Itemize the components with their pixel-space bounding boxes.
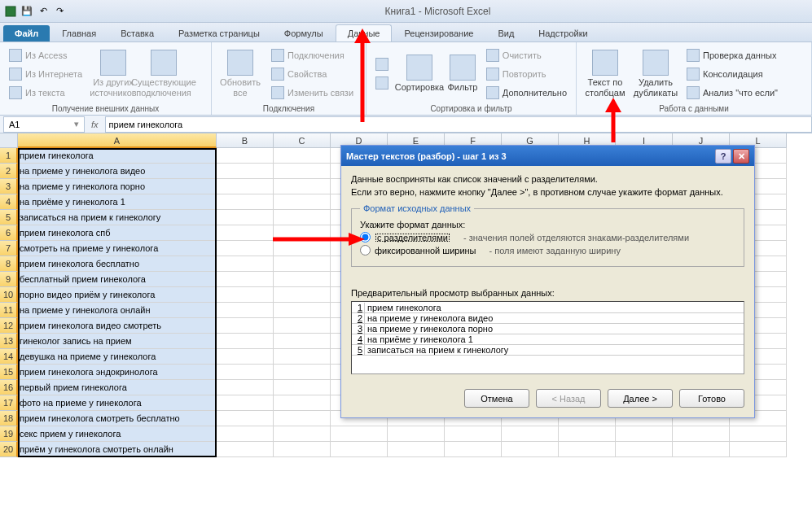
formula-input[interactable]: прием гинеколога [105,116,812,133]
save-icon[interactable]: 💾 [20,4,34,19]
dialog-close-button[interactable]: ✕ [733,149,749,164]
edit-links-button[interactable]: Изменить связи [267,84,358,102]
cancel-button[interactable]: Отмена [464,389,529,408]
cell[interactable] [673,442,730,457]
tab-review[interactable]: Рецензирование [392,24,485,41]
cell[interactable]: прием гинеколога смотреть бесплатно [18,411,217,426]
row-header[interactable]: 17 [0,395,18,411]
cell[interactable]: на приёме у гинеколога 1 [18,194,217,210]
dialog-titlebar[interactable]: Мастер текстов (разбор) - шаг 1 из 3 ? ✕ [341,146,754,166]
cell[interactable] [274,164,331,179]
select-all-corner[interactable] [0,133,18,148]
cell[interactable] [217,179,274,194]
sort-desc-button[interactable] [371,74,393,92]
refresh-all-button[interactable]: Обновить все [217,47,264,101]
cell[interactable] [274,365,331,380]
cell[interactable] [217,303,274,318]
from-other-sources-button[interactable]: Из других источников [90,47,137,101]
preview-box[interactable]: 1прием гинеколога2на приеме у гинеколога… [351,301,744,374]
cell[interactable] [559,442,616,457]
cell[interactable] [217,194,274,210]
row-header[interactable]: 2 [0,164,18,179]
cell[interactable]: прием гинеколога спб [18,225,217,241]
tab-file[interactable]: Файл [3,25,50,41]
clear-button[interactable]: Очистить [482,46,571,64]
sort-asc-button[interactable] [371,55,393,73]
cell[interactable] [217,426,274,442]
data-validation-button[interactable]: Проверка данных [683,46,782,64]
cell[interactable] [274,318,331,334]
row-header[interactable]: 15 [0,365,18,380]
radio-fixed-width-label[interactable]: фиксированной ширины [375,246,476,256]
cell[interactable]: первый прием гинеколога [18,380,217,395]
sort-button[interactable]: Сортировка [396,47,443,101]
radio-delimited-label[interactable]: с разделителями [375,233,450,242]
cell[interactable]: секс прием у гинеколога [18,426,217,442]
cell[interactable] [502,442,559,457]
reapply-button[interactable]: Повторить [482,65,571,83]
cell[interactable] [217,349,274,365]
cell[interactable]: прием гинеколога видео смотреть [18,318,217,334]
row-header[interactable]: 19 [0,426,18,442]
cell[interactable] [730,442,787,457]
consolidate-button[interactable]: Консолидация [683,65,782,83]
cell[interactable] [274,334,331,349]
tab-page-layout[interactable]: Разметка страницы [166,24,272,41]
cell[interactable]: смотреть на приеме у гинеколога [18,241,217,256]
from-web-button[interactable]: Из Интернета [5,65,86,83]
cell[interactable]: на приеме у гинеколога порно [18,179,217,194]
column-header[interactable]: B [217,133,274,148]
finish-button[interactable]: Готово [679,389,744,408]
row-header[interactable]: 1 [0,148,18,164]
properties-button[interactable]: Свойства [267,65,358,83]
tab-view[interactable]: Вид [485,24,526,41]
what-if-button[interactable]: Анализ "что если" [683,84,782,102]
cell[interactable] [217,334,274,349]
excel-icon[interactable] [3,4,18,19]
cell[interactable]: на приеме у гинеколога видео [18,164,217,179]
cell[interactable] [274,194,331,210]
cell[interactable] [217,148,274,164]
row-header[interactable]: 5 [0,210,18,225]
cell[interactable] [274,148,331,164]
cell[interactable] [274,395,331,411]
redo-icon[interactable]: ↷ [52,4,67,19]
tab-home[interactable]: Главная [50,24,108,41]
cell[interactable] [217,256,274,272]
column-header[interactable]: C [274,133,331,148]
cell[interactable] [274,179,331,194]
row-header[interactable]: 11 [0,303,18,318]
cell[interactable] [274,411,331,426]
row-header[interactable]: 18 [0,411,18,426]
cell[interactable] [673,426,730,442]
cell[interactable] [217,272,274,287]
tab-data[interactable]: Данные [336,24,393,41]
cell[interactable] [274,225,331,241]
tab-formulas[interactable]: Формулы [272,24,336,41]
cell[interactable] [217,411,274,426]
existing-connections-button[interactable]: Существующие подключения [140,47,187,101]
cell[interactable] [217,395,274,411]
text-to-columns-button[interactable]: Текст по столбцам [582,47,629,101]
row-header[interactable]: 7 [0,241,18,256]
dialog-help-button[interactable]: ? [715,149,731,164]
from-access-button[interactable]: Из Access [5,46,86,64]
from-text-button[interactable]: Из текста [5,84,86,102]
cell[interactable] [388,426,445,442]
cell[interactable] [559,426,616,442]
row-header[interactable]: 6 [0,225,18,241]
cell[interactable] [274,426,331,442]
row-header[interactable]: 4 [0,194,18,210]
cell[interactable]: записаться на прием к гинекологу [18,210,217,225]
row-header[interactable]: 12 [0,318,18,334]
undo-icon[interactable]: ↶ [36,4,50,19]
cell[interactable] [217,442,274,457]
cell[interactable] [331,426,388,442]
cell[interactable] [274,210,331,225]
back-button[interactable]: < Назад [536,389,601,408]
cell[interactable] [274,241,331,256]
cell[interactable] [217,210,274,225]
cell[interactable]: прием гинеколога бесплатно [18,256,217,272]
cell[interactable] [217,380,274,395]
remove-duplicates-button[interactable]: Удалить дубликаты [632,47,679,101]
